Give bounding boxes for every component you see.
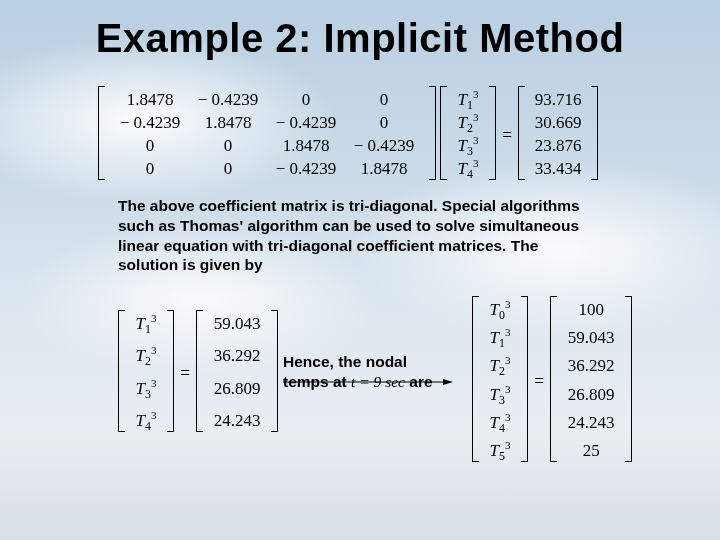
sol-cell: 26.809	[209, 378, 265, 401]
sol-cell: 24.243	[209, 410, 265, 433]
T-label: T13	[453, 89, 483, 112]
sol-cell: 59.043	[209, 313, 265, 336]
A-cell: 1.8478	[189, 112, 267, 135]
A-cell: 1.8478	[267, 135, 345, 158]
T-label: T53	[485, 440, 515, 463]
A-cell: 0	[345, 112, 423, 135]
T-label: T23	[453, 112, 483, 135]
full-cell: 59.043	[563, 327, 619, 350]
A-cell: 0	[189, 135, 267, 158]
A-cell: − 0.4239	[345, 135, 423, 158]
T-label: T33	[131, 378, 161, 401]
slide-title: Example 2: Implicit Method	[0, 16, 720, 61]
equals-sign: =	[496, 125, 518, 146]
A-cell: 1.8478	[111, 89, 189, 112]
T-label: T13	[131, 313, 161, 336]
T-label: T03	[485, 299, 515, 322]
paragraph: The above coefficient matrix is tri-diag…	[118, 196, 593, 275]
T-label: T43	[131, 410, 161, 433]
A-cell: − 0.4239	[189, 89, 267, 112]
T-label: T13	[485, 327, 515, 350]
A-cell: 0	[345, 89, 423, 112]
T-label: T43	[485, 412, 515, 435]
A-cell: 0	[111, 158, 189, 181]
A-cell: 0	[189, 158, 267, 181]
T-label: T23	[485, 355, 515, 378]
A-cell: 0	[111, 135, 189, 158]
sol-cell: 36.292	[209, 345, 265, 368]
full-cell: 100	[563, 299, 619, 322]
hence-line2-pre: temps at	[283, 373, 351, 390]
equals-sign: =	[528, 371, 550, 392]
A-cell: − 0.4239	[267, 112, 345, 135]
T-label: T43	[453, 158, 483, 181]
b-cell: 23.876	[531, 135, 585, 158]
A-cell: 0	[267, 89, 345, 112]
equation-final: T03T13T23T33T43T53 = 10059.04336.29226.8…	[472, 296, 632, 466]
hence-line1: Hence, the nodal	[283, 352, 463, 372]
T-label: T33	[453, 135, 483, 158]
T-label: T23	[131, 345, 161, 368]
hence-line2-post: are	[405, 373, 433, 390]
hence-text: Hence, the nodal temps at t = 9 sec are	[283, 352, 463, 392]
A-cell: − 0.4239	[111, 112, 189, 135]
A-cell: 1.8478	[345, 158, 423, 181]
b-cell: 93.716	[531, 89, 585, 112]
T-label: T33	[485, 384, 515, 407]
time-value: t = 9 sec	[351, 373, 405, 390]
full-cell: 36.292	[563, 355, 619, 378]
equation-system: 1.8478− 0.423900− 0.42391.8478− 0.423900…	[98, 86, 658, 184]
full-cell: 25	[563, 440, 619, 463]
full-cell: 26.809	[563, 384, 619, 407]
equation-solution: T13T23T33T43 = 59.04336.29226.80924.243	[118, 310, 278, 436]
A-cell: − 0.4239	[267, 158, 345, 181]
full-cell: 24.243	[563, 412, 619, 435]
b-cell: 33.434	[531, 158, 585, 181]
b-cell: 30.669	[531, 112, 585, 135]
equals-sign: =	[174, 363, 196, 384]
svg-marker-1	[443, 379, 453, 385]
